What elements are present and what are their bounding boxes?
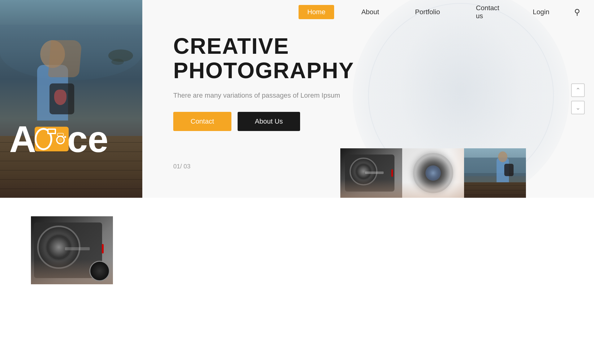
- thumbnail-2[interactable]: [402, 148, 464, 198]
- hero-title: CREATIVE PHOTOGRAPHY: [173, 34, 390, 83]
- nav-about[interactable]: About: [353, 5, 388, 19]
- slide-down-arrow[interactable]: ⌄: [571, 101, 585, 114]
- brand-letter-a: A: [9, 121, 36, 158]
- thumbnail-3[interactable]: [464, 148, 526, 198]
- header: Home About Portfolio Contact us Login ⚲: [285, 0, 594, 24]
- nav-contact[interactable]: Contact us: [467, 1, 508, 23]
- slide-up-arrow[interactable]: ⌃: [571, 83, 585, 97]
- nav-portfolio[interactable]: Portfolio: [406, 5, 449, 19]
- hero-left-panel: A ce: [0, 0, 142, 198]
- hero-description: There are many variations of passages of…: [173, 91, 353, 99]
- svg-rect-1: [57, 133, 63, 136]
- hero-brand: A ce: [9, 121, 108, 158]
- about-us-button[interactable]: About Us: [238, 112, 300, 131]
- hero-title-line2: PHOTOGRAPHY: [173, 58, 354, 83]
- camera-icon: [35, 127, 69, 151]
- nav-home[interactable]: Home: [299, 5, 334, 19]
- slide-navigation: ⌃ ⌄: [571, 83, 585, 114]
- contact-button[interactable]: Contact: [173, 112, 231, 131]
- hero-right-panel: Home About Portfolio Contact us Login ⚲ …: [142, 0, 594, 198]
- hero-buttons: Contact About Us: [173, 112, 594, 131]
- below-section: [0, 198, 594, 290]
- svg-point-3: [58, 138, 62, 142]
- slide-counter: 01/ 03: [173, 163, 191, 170]
- search-icon[interactable]: ⚲: [574, 7, 580, 17]
- svg-point-4: [64, 136, 66, 138]
- nav-login[interactable]: Login: [533, 8, 549, 16]
- brand-rest: ce: [67, 121, 108, 158]
- below-thumbnail: [31, 216, 113, 284]
- hero-section: A ce Home About Port: [0, 0, 594, 198]
- hero-background-image: [0, 0, 142, 198]
- nav: Home About Portfolio Contact us Login ⚲: [299, 1, 580, 23]
- hero-title-line1: CREATIVE: [173, 34, 289, 58]
- thumbnail-1[interactable]: [340, 148, 402, 198]
- thumbnail-row: [340, 148, 594, 198]
